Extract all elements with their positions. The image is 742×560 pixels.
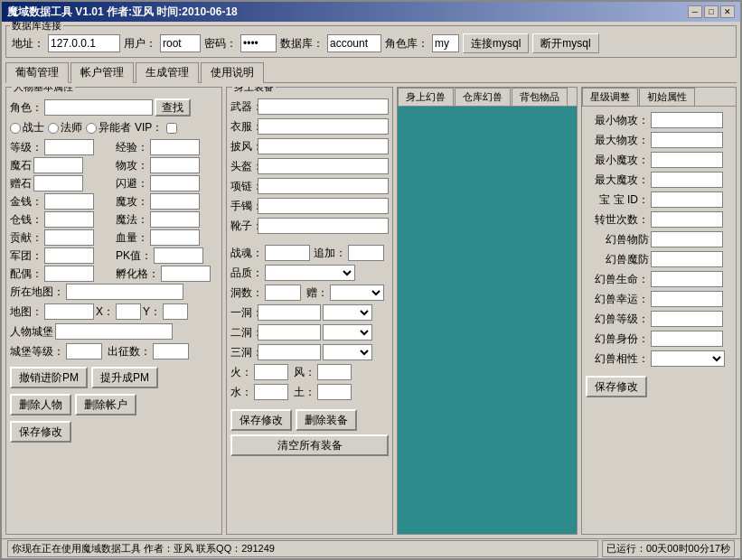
role-label: 角色： <box>10 100 42 116</box>
contribution-input[interactable] <box>44 229 94 246</box>
clothes-input[interactable] <box>258 118 389 135</box>
expedition-input[interactable] <box>153 343 189 359</box>
pets-tab-bag[interactable]: 背包物品 <box>512 88 568 106</box>
boots-input[interactable] <box>258 218 389 234</box>
vip-checkbox[interactable] <box>166 123 177 134</box>
tab-initial-attr[interactable]: 初始属性 <box>639 88 695 106</box>
exp-input[interactable] <box>150 139 200 155</box>
hp-input[interactable] <box>150 229 200 246</box>
mage-radio[interactable] <box>48 123 59 134</box>
delete-account-button[interactable]: 删除帐户 <box>75 394 136 415</box>
hole1-select[interactable] <box>323 304 372 321</box>
tab-grape[interactable]: 葡萄管理 <box>5 62 69 83</box>
user-input[interactable] <box>160 34 201 52</box>
close-button[interactable]: ✕ <box>720 5 735 18</box>
role-input[interactable] <box>44 99 153 116</box>
hatch-input[interactable] <box>161 266 211 282</box>
pets-tab-body[interactable]: 身上幻兽 <box>398 88 454 106</box>
delete-equip-button[interactable]: 删除装备 <box>296 409 357 431</box>
ip-input[interactable] <box>48 34 120 52</box>
water-input[interactable] <box>254 384 288 400</box>
cloak-label: 披风： <box>230 139 256 154</box>
fire-input[interactable] <box>254 364 288 380</box>
pets-tab-warehouse[interactable]: 仓库幻兽 <box>455 88 511 106</box>
magic-input[interactable] <box>150 211 200 228</box>
minimize-button[interactable]: ─ <box>688 5 702 18</box>
pet-id-label: 宝 宝 ID： <box>586 192 649 208</box>
upgrade-pm-button[interactable]: 提升成PM <box>91 367 158 388</box>
disconnect-mysql-button[interactable]: 断开mysql <box>532 33 598 53</box>
star-adjust-panel: 星级调整 初始属性 最小物攻： 最大物攻： 最小魔攻： <box>581 87 737 535</box>
pets-panel: 身上幻兽 仓库幻兽 背包物品 <box>397 87 578 535</box>
pwd-input[interactable] <box>240 34 277 52</box>
window-controls: ─ □ ✕ <box>688 5 735 18</box>
pet-level-input[interactable] <box>651 311 723 327</box>
tab-generate[interactable]: 生成管理 <box>136 62 199 83</box>
pet-magdef-input[interactable] <box>651 251 723 267</box>
wind-input[interactable] <box>317 364 352 380</box>
pet-id-input[interactable] <box>651 191 723 208</box>
warehouse-input[interactable] <box>44 211 94 228</box>
min-physatk-input[interactable] <box>651 112 723 128</box>
rebirth-input[interactable] <box>651 211 723 228</box>
pk-input[interactable] <box>154 247 203 264</box>
max-magatk-input[interactable] <box>651 172 723 188</box>
cloak-input[interactable] <box>258 138 389 154</box>
save-star-button[interactable]: 保存修改 <box>586 376 647 397</box>
helmet-input[interactable] <box>258 158 389 174</box>
save-modify-char-button[interactable]: 保存修改 <box>10 421 71 443</box>
weapon-input[interactable] <box>258 98 389 115</box>
holes-input[interactable] <box>265 285 301 301</box>
delete-char-button[interactable]: 删除人物 <box>10 394 71 415</box>
mapcoord-input[interactable] <box>44 303 94 320</box>
physatk-input[interactable] <box>150 157 200 173</box>
tab-help[interactable]: 使用说明 <box>201 62 264 83</box>
connect-mysql-button[interactable]: 连接mysql <box>463 33 529 53</box>
army-input[interactable] <box>44 247 94 264</box>
flash-input[interactable] <box>150 175 200 191</box>
necklace-input[interactable] <box>258 178 389 194</box>
map-input[interactable] <box>66 284 183 300</box>
y-input[interactable] <box>163 303 188 320</box>
magatk-input[interactable] <box>150 193 200 210</box>
clear-equip-button[interactable]: 清空所有装备 <box>230 434 389 456</box>
zengshi-input[interactable] <box>33 175 83 191</box>
special-radio[interactable] <box>86 123 97 134</box>
dbname-input[interactable] <box>327 34 381 52</box>
quality-select[interactable] <box>265 265 355 281</box>
hole3-select[interactable] <box>323 344 372 360</box>
warrior-radio[interactable] <box>10 123 21 134</box>
castle-level-input[interactable] <box>66 343 102 359</box>
tab-account[interactable]: 帐户管理 <box>70 62 134 83</box>
earth-input[interactable] <box>317 384 352 400</box>
level-input[interactable] <box>44 139 94 155</box>
rebirth-label: 转世次数： <box>586 212 649 228</box>
hole3-input[interactable] <box>258 344 321 360</box>
maximize-button[interactable]: □ <box>704 5 719 18</box>
pet-hp-input[interactable] <box>651 271 723 287</box>
pet-physdef-input[interactable] <box>651 231 723 247</box>
hole2-input[interactable] <box>258 324 321 341</box>
save-equip-button[interactable]: 保存修改 <box>230 409 292 431</box>
min-magatk-input[interactable] <box>651 152 723 168</box>
status-right-text: 已运行：00天00时00分17秒 <box>602 540 735 557</box>
gift-select[interactable] <box>330 285 384 301</box>
search-button[interactable]: 查找 <box>155 98 191 117</box>
battle-soul-input[interactable] <box>265 245 310 261</box>
moshi-input[interactable] <box>33 157 83 173</box>
bracelet-input[interactable] <box>258 198 389 214</box>
hole1-input[interactable] <box>258 304 321 321</box>
cancel-pm-button[interactable]: 撤销进阶PM <box>10 367 88 388</box>
max-physatk-input[interactable] <box>651 132 723 148</box>
pet-affinity-select[interactable] <box>651 350 725 367</box>
match-input[interactable] <box>44 266 94 282</box>
x-input[interactable] <box>116 303 141 320</box>
pet-body-input[interactable] <box>651 331 723 347</box>
tab-star-adjust[interactable]: 星级调整 <box>582 88 638 106</box>
add-input[interactable] <box>348 245 384 261</box>
role-input[interactable] <box>432 34 459 52</box>
money-input[interactable] <box>44 193 94 210</box>
pet-luck-input[interactable] <box>651 291 723 307</box>
hole2-select[interactable] <box>323 324 372 341</box>
castle-input[interactable] <box>55 323 173 340</box>
